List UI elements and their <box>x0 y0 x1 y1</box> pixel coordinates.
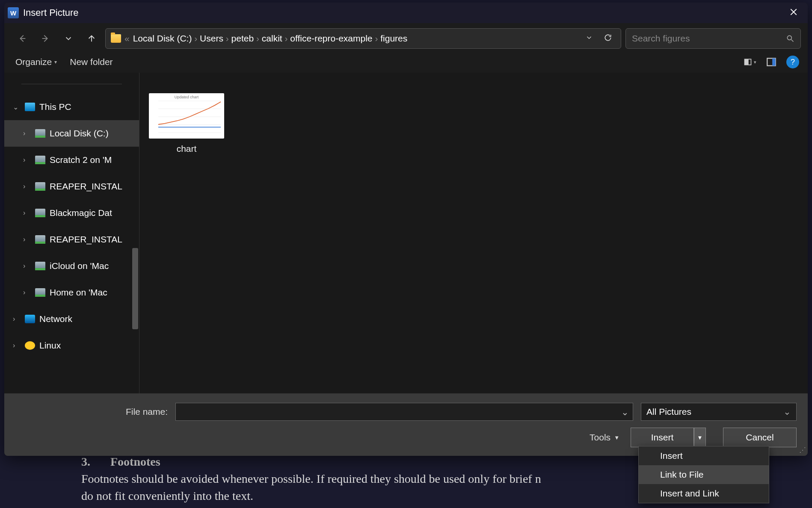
tree-item-label: iCloud on 'Mac <box>50 261 139 271</box>
chevron-right-icon[interactable]: › <box>13 315 21 323</box>
insert-dropdown-menu: InsertLink to FileInsert and Link <box>638 446 769 503</box>
tree-item-label: Network <box>39 314 139 324</box>
breadcrumb-segment[interactable]: peteb <box>231 33 254 43</box>
insert-dropdown-button[interactable]: ▼ <box>694 428 706 447</box>
sidebar-separator <box>21 84 122 84</box>
refresh-button[interactable] <box>600 33 616 44</box>
disk-icon <box>35 209 45 217</box>
help-icon: ? <box>791 58 795 67</box>
chevron-down-icon: ▾ <box>54 59 57 65</box>
chevron-right-icon[interactable]: › <box>23 209 31 217</box>
tree-item-label: REAPER_INSTAL <box>50 181 139 192</box>
tree-item[interactable]: ⌄This PC <box>4 94 139 120</box>
chevron-down-icon <box>585 34 593 41</box>
breadcrumb-segment[interactable]: Local Disk (C:) <box>133 33 192 43</box>
tree-item[interactable]: ›Scratch 2 on 'M <box>4 147 139 173</box>
chevron-right-icon[interactable]: › <box>23 156 31 164</box>
breadcrumb-segment[interactable]: calkit <box>262 33 282 43</box>
svg-rect-2 <box>745 59 749 65</box>
breadcrumb-segment[interactable]: figures <box>380 33 407 43</box>
arrow-left-icon <box>18 34 27 43</box>
resize-grip[interactable]: ⋰ <box>799 446 805 454</box>
chevron-down-icon: ▼ <box>697 434 703 441</box>
refresh-icon <box>604 33 612 42</box>
titlebar: W Insert Picture <box>4 3 808 23</box>
chevron-right-icon: › <box>373 33 381 43</box>
chevron-right-icon[interactable]: › <box>23 262 31 270</box>
pc-icon <box>25 103 35 111</box>
organize-button[interactable]: Organize ▾ <box>15 57 57 67</box>
search-input[interactable] <box>632 33 786 44</box>
chevron-right-icon[interactable]: › <box>23 130 31 137</box>
close-icon <box>790 8 797 16</box>
net-icon <box>25 315 35 323</box>
address-bar[interactable]: « Local Disk (C:) › Users › peteb › calk… <box>105 28 621 49</box>
tree-item-label: Local Disk (C:) <box>50 128 139 139</box>
svg-rect-4 <box>772 58 776 65</box>
chevron-right-icon: › <box>254 33 262 43</box>
file-name: chart <box>177 144 197 154</box>
forward-button[interactable] <box>36 29 55 48</box>
tree-item[interactable]: ›Local Disk (C:) <box>4 120 139 147</box>
menu-item[interactable]: Insert <box>639 446 769 465</box>
filename-input[interactable] <box>175 403 633 421</box>
linux-icon <box>25 341 35 350</box>
menu-item[interactable]: Insert and Link <box>639 484 769 503</box>
dialog-title: Insert Picture <box>23 7 783 18</box>
chevron-right-icon[interactable]: › <box>13 342 21 349</box>
chevron-right-icon: › <box>223 33 231 43</box>
tree-item[interactable]: ›Network <box>4 306 139 332</box>
new-folder-button[interactable]: New folder <box>70 57 113 67</box>
tree-item[interactable]: ›Blackmagic Dat <box>4 200 139 226</box>
file-thumbnail: Updated chart <box>149 93 224 139</box>
tree-item[interactable]: ›REAPER_INSTAL <box>4 173 139 200</box>
preview-pane-button[interactable] <box>765 56 778 68</box>
command-bar: Organize ▾ New folder ▾ ? <box>4 53 808 73</box>
breadcrumb-segment[interactable]: office-repro-example <box>290 33 372 43</box>
dialog-body: ⌄This PC›Local Disk (C:)›Scratch 2 on 'M… <box>4 73 808 393</box>
nav-row: « Local Disk (C:) › Users › peteb › calk… <box>4 23 808 53</box>
cancel-button[interactable]: Cancel <box>723 428 797 447</box>
thumbnails-icon <box>744 56 752 68</box>
help-button[interactable]: ? <box>786 56 799 68</box>
chevron-right-icon: › <box>282 33 290 43</box>
chevron-down-icon[interactable]: ⌄ <box>13 103 21 111</box>
tree-item[interactable]: ›iCloud on 'Mac <box>4 253 139 279</box>
tree-item[interactable]: ›Home on 'Mac <box>4 279 139 306</box>
chevron-right-icon[interactable]: › <box>23 183 31 190</box>
word-icon: W <box>8 7 19 18</box>
tree-item-label: Scratch 2 on 'M <box>50 155 139 165</box>
view-mode-button[interactable]: ▾ <box>744 56 756 68</box>
file-list[interactable]: Updated chartchart <box>139 73 808 393</box>
up-button[interactable] <box>82 29 101 48</box>
tree-item-label: Home on 'Mac <box>50 287 139 298</box>
close-button[interactable] <box>783 8 804 18</box>
section-title: Footnotes <box>110 455 160 468</box>
search-box[interactable] <box>625 28 801 49</box>
chevron-right-icon: › <box>192 33 200 43</box>
preview-pane-icon <box>766 56 777 68</box>
sidebar-scrollbar[interactable] <box>132 248 138 329</box>
chevron-right-icon[interactable]: › <box>23 289 31 296</box>
disk-icon <box>35 182 45 191</box>
folder-icon <box>111 34 121 43</box>
breadcrumb-segment[interactable]: Users <box>200 33 223 43</box>
arrow-up-icon <box>87 34 96 43</box>
back-button[interactable] <box>13 29 32 48</box>
recent-locations-button[interactable] <box>59 29 78 48</box>
tree-item-label: Blackmagic Dat <box>50 208 139 218</box>
disk-icon <box>35 288 45 297</box>
tree-item[interactable]: ›REAPER_INSTAL <box>4 226 139 253</box>
chevron-down-icon: ▾ <box>754 59 756 65</box>
insert-button[interactable]: Insert <box>631 428 694 447</box>
menu-item[interactable]: Link to File <box>639 465 769 484</box>
file-item[interactable]: Updated chartchart <box>148 90 225 157</box>
chevron-right-icon[interactable]: › <box>23 236 31 243</box>
tools-button[interactable]: Tools ▼ <box>590 432 619 443</box>
address-dropdown[interactable] <box>581 33 597 44</box>
breadcrumb-prefix: « <box>124 33 130 44</box>
disk-icon <box>35 156 45 164</box>
file-type-filter[interactable]: All Pictures ⌄ <box>641 403 797 421</box>
tree-item[interactable]: ›Linux <box>4 332 139 359</box>
filename-label: File name: <box>126 407 168 417</box>
